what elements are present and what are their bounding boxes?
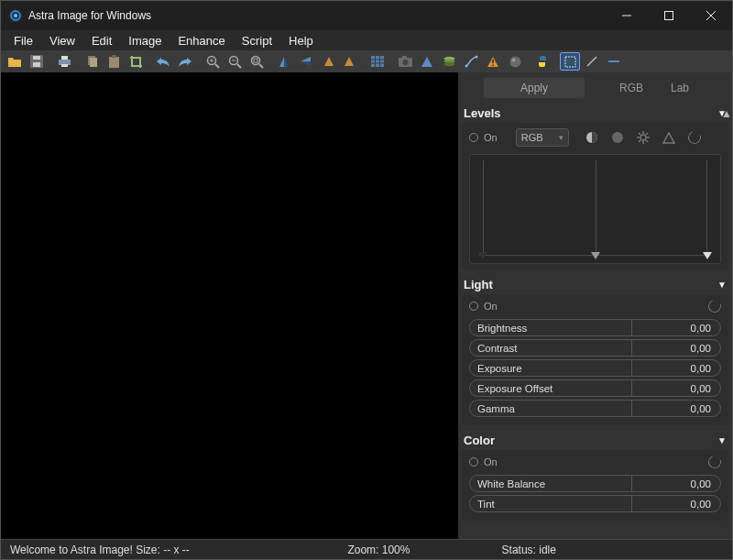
app-icon: [8, 8, 23, 23]
color-param-row[interactable]: Tint 0,00: [469, 495, 721, 512]
flip-v-icon[interactable]: [296, 52, 316, 71]
color-param-row[interactable]: White Balance 0,00: [469, 475, 721, 492]
light-param-value[interactable]: 0,00: [632, 340, 720, 356]
svg-point-57: [640, 135, 646, 140]
gear-icon[interactable]: [637, 131, 650, 144]
levels-on-label: On: [484, 132, 498, 143]
light-param-value[interactable]: 0,00: [632, 320, 720, 335]
triangle-icon[interactable]: [662, 132, 675, 144]
close-button[interactable]: [690, 1, 732, 30]
tab-lab[interactable]: Lab: [660, 78, 700, 98]
light-param-row[interactable]: Exposure Offset 0,00: [469, 379, 721, 397]
svg-rect-16: [112, 55, 116, 58]
color-param-value[interactable]: 0,00: [632, 476, 720, 491]
half-moon-icon[interactable]: [585, 131, 598, 144]
circle-icon[interactable]: [611, 131, 624, 144]
color-title: Color: [464, 434, 495, 447]
menu-enhance[interactable]: Enhance: [170, 32, 232, 49]
light-param-value[interactable]: 0,00: [632, 380, 720, 396]
crop-icon[interactable]: [126, 52, 146, 71]
curve-icon[interactable]: [461, 52, 481, 71]
svg-rect-48: [492, 60, 494, 63]
open-icon[interactable]: [5, 52, 25, 71]
color-panel: On White Balance 0,00 Tint 0,00: [462, 450, 728, 521]
svg-point-50: [509, 56, 520, 67]
menu-bar: File View Edit Image Enhance Script Help: [1, 30, 732, 50]
levels-panel-header[interactable]: Levels ▼: [458, 104, 732, 123]
python-icon[interactable]: [532, 52, 552, 71]
warning-icon[interactable]: [483, 52, 503, 71]
menu-view[interactable]: View: [42, 32, 82, 49]
menu-script[interactable]: Script: [235, 32, 279, 49]
copy-icon[interactable]: [82, 52, 102, 71]
svg-marker-41: [421, 57, 432, 67]
save-icon[interactable]: [27, 52, 47, 71]
rotate-r-icon[interactable]: [340, 52, 360, 71]
menu-file[interactable]: File: [6, 32, 40, 49]
light-param-value[interactable]: 0,00: [632, 360, 720, 376]
panel-tab-row: Apply RGB Lab: [458, 72, 732, 102]
marquee-icon[interactable]: [560, 52, 580, 71]
menu-image[interactable]: Image: [121, 32, 169, 49]
reset-icon[interactable]: [685, 129, 703, 147]
layers-icon[interactable]: [439, 52, 459, 71]
zoom-out-icon[interactable]: [224, 52, 245, 71]
image-canvas[interactable]: [1, 72, 458, 539]
pyramid-icon[interactable]: [417, 52, 437, 71]
tab-rgb[interactable]: RGB: [608, 78, 654, 98]
camera-icon[interactable]: [395, 52, 415, 71]
zoom-fit-icon[interactable]: [246, 52, 267, 71]
color-param-name: White Balance: [470, 476, 632, 491]
light-param-row[interactable]: Brightness 0,00: [469, 319, 721, 336]
light-param-row[interactable]: Exposure 0,00: [469, 359, 721, 377]
flip-h-icon[interactable]: [274, 52, 294, 71]
levels-histogram[interactable]: [469, 154, 721, 264]
light-param-value[interactable]: 0,00: [632, 401, 720, 416]
color-on-toggle[interactable]: [469, 457, 478, 467]
sphere-icon[interactable]: [505, 52, 525, 71]
levels-on-toggle[interactable]: [469, 133, 478, 142]
print-icon[interactable]: [54, 52, 74, 71]
color-param-name: Tint: [470, 496, 632, 511]
chevron-down-icon: ▾: [559, 133, 563, 142]
main-area: Apply RGB Lab ▲ Levels ▼ On RGB: [1, 72, 732, 539]
window-controls: [606, 1, 732, 30]
levels-white-handle[interactable]: [703, 252, 712, 261]
rotate-l-icon[interactable]: [318, 52, 338, 71]
color-on-label: On: [484, 456, 498, 467]
light-param-row[interactable]: Contrast 0,00: [469, 339, 721, 357]
color-param-value[interactable]: 0,00: [632, 496, 720, 511]
light-on-toggle[interactable]: [469, 302, 478, 311]
svg-line-64: [646, 133, 648, 135]
light-panel-header[interactable]: Light ▼: [458, 275, 732, 294]
svg-point-46: [475, 56, 477, 59]
apply-button[interactable]: Apply: [484, 78, 585, 98]
status-right: Status: idle: [502, 544, 723, 556]
dash-icon[interactable]: [604, 52, 624, 71]
zoom-in-icon[interactable]: [202, 52, 223, 71]
collapse-icon: ▼: [717, 435, 727, 445]
menu-edit[interactable]: Edit: [84, 32, 119, 49]
levels-channel-select[interactable]: RGB ▾: [516, 128, 569, 147]
levels-black-handle[interactable]: [478, 252, 487, 261]
reset-icon[interactable]: [706, 454, 724, 471]
light-param-row[interactable]: Gamma 0,00: [469, 400, 721, 417]
svg-rect-15: [109, 57, 119, 68]
svg-point-56: [612, 132, 623, 143]
light-param-name: Brightness: [470, 320, 632, 335]
side-panel: Apply RGB Lab ▲ Levels ▼ On RGB: [458, 72, 732, 539]
levels-gray-handle[interactable]: [591, 252, 600, 261]
svg-point-24: [251, 56, 259, 64]
menu-help[interactable]: Help: [281, 32, 321, 49]
undo-icon[interactable]: [153, 52, 173, 71]
reset-icon[interactable]: [706, 298, 724, 315]
window-title: Astra Image for Windows: [28, 9, 151, 22]
line-icon[interactable]: [582, 52, 602, 71]
panel-scroll-up-icon[interactable]: ▲: [721, 107, 730, 116]
grid-icon[interactable]: [367, 52, 388, 71]
paste-icon[interactable]: [104, 52, 124, 71]
redo-icon[interactable]: [175, 52, 195, 71]
color-panel-header[interactable]: Color ▼: [458, 431, 732, 450]
maximize-button[interactable]: [648, 1, 690, 30]
minimize-button[interactable]: [606, 1, 648, 30]
